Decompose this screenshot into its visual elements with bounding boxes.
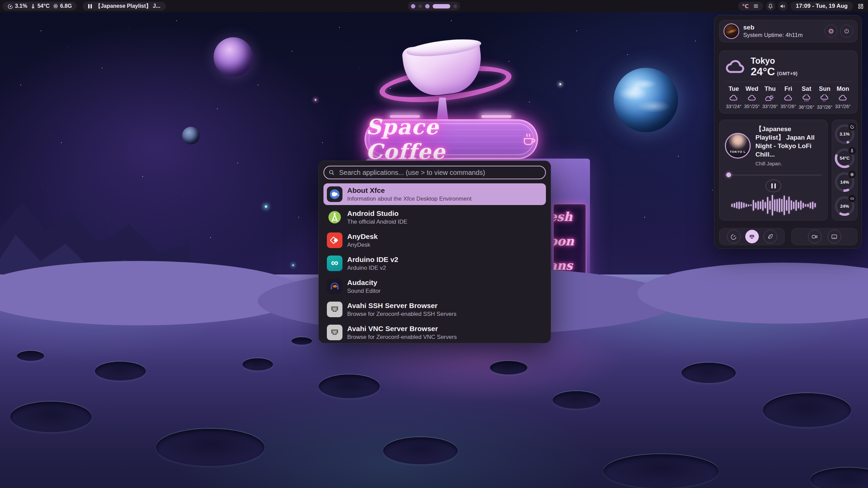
app-title: Avahi VNC Server Browser [347, 324, 457, 333]
user-card: seb System Uptime: 4h11m ⚙ [719, 20, 857, 42]
search-icon [328, 169, 335, 176]
rain-cloud-icon [802, 95, 811, 102]
app-item-anydesk[interactable]: AnyDesk AnyDesk [323, 229, 546, 251]
crater [604, 454, 719, 488]
clock[interactable]: 17:09 - Tue, 19 Aug [790, 2, 853, 11]
now-playing-pill[interactable]: 【Japanese Playlist】 J... [83, 2, 166, 11]
gear-icon: ⚙ [828, 28, 834, 35]
crater [156, 429, 264, 466]
grid-icon [857, 3, 864, 9]
workspace-dot-empty[interactable] [418, 4, 422, 8]
workspace-dot-active[interactable] [433, 4, 450, 8]
bell-icon [768, 3, 773, 9]
app-item-avahi-ssh[interactable]: Avahi SSH Server Browser Browse for Zero… [323, 299, 546, 320]
workspace-dot-occupied[interactable] [425, 4, 430, 8]
cloud-icon [725, 59, 746, 75]
screen-icon [831, 233, 837, 240]
thermometer-icon [848, 147, 856, 155]
bright-star [292, 264, 294, 266]
small-moon [182, 127, 200, 144]
crater [763, 393, 851, 427]
power-button[interactable] [840, 25, 853, 38]
play-pause-button[interactable] [766, 180, 781, 192]
android-studio-icon [327, 209, 342, 225]
app-subtitle: The official Android IDE [347, 218, 407, 225]
app-title: AnyDesk [347, 232, 378, 241]
screen-record-button[interactable] [808, 230, 822, 243]
window-neon-text: esh [553, 204, 586, 229]
forecast-day: Fri 35°/26° [780, 85, 797, 110]
arduino-infinity-icon: ∞ [327, 256, 342, 271]
tray-pill[interactable]: ℃ [738, 2, 763, 11]
chip-icon [848, 171, 856, 178]
workspace-dot-empty[interactable] [453, 4, 457, 8]
power-profile-group [719, 228, 785, 245]
earth-planet [614, 68, 678, 132]
track-subtitle: Chill Japan. [755, 161, 822, 166]
app-item-avahi-vnc[interactable]: Avahi VNC Server Browser Browse for Zero… [323, 322, 546, 343]
weather-card: Tokyo 24°C(GMT+9) Tue 33°/24° Wed 35°/25… [719, 50, 857, 114]
xfce-mouse-icon [327, 186, 342, 202]
video-camera-icon [811, 233, 818, 240]
audacity-headphones-icon [327, 279, 342, 294]
app-subtitle: Sound Editor [347, 287, 380, 294]
overview-button[interactable] [856, 1, 865, 11]
app-list: About Xfce Information about the Xfce De… [323, 183, 546, 343]
window-neon-text: oon [553, 229, 586, 253]
forecast-day: Thu 33°/26° [761, 85, 779, 110]
app-subtitle: Information about the Xfce Desktop Envir… [347, 195, 472, 202]
search-input[interactable] [323, 166, 546, 179]
top-bar: 3.1% 54°C 6.8G 【Japanese Playlist】 J... … [0, 0, 868, 12]
speaker-icon [780, 3, 786, 9]
app-subtitle: Browse for Zeroconf-enabled VNC Servers [347, 333, 457, 341]
now-playing-label: 【Japanese Playlist】 J... [95, 3, 160, 10]
wallpaper-icon[interactable] [753, 3, 759, 9]
app-item-arduino[interactable]: ∞ Arduino IDE v2 Arduino IDE v2 [323, 252, 546, 274]
notifications-button[interactable] [766, 1, 775, 11]
power-icon [844, 28, 850, 34]
volume-button[interactable] [778, 1, 788, 11]
crater [490, 361, 527, 374]
performance-profile-button[interactable] [727, 230, 741, 243]
screenshot-button[interactable] [828, 230, 841, 243]
crater [292, 337, 312, 345]
anydesk-icon [327, 232, 342, 248]
avatar[interactable] [724, 23, 739, 39]
powersave-profile-button[interactable] [764, 230, 777, 243]
memory-gauge: 14% [835, 172, 854, 192]
weather-timezone: (GMT+9) [777, 70, 797, 76]
workspace-dot-occupied[interactable] [411, 4, 415, 8]
system-stats-pill[interactable]: 3.1% 54°C 6.8G [3, 2, 77, 11]
app-title: Android Studio [347, 209, 407, 218]
crater [553, 391, 600, 409]
forecast-row: Tue 33°/24° Wed 35°/25° Thu 33°/26° Fri [725, 85, 852, 110]
forecast-day: Sat 36°/26° [798, 85, 815, 110]
album-art: TOKYO L [725, 133, 751, 159]
app-item-audacity[interactable]: Audacity Sound Editor [323, 276, 546, 297]
speedometer-icon [730, 233, 737, 240]
forecast-day: Mon 33°/26° [834, 85, 852, 110]
temperature-gauge: 54°C [835, 148, 854, 168]
app-launcher: About Xfce Information about the Xfce De… [318, 161, 551, 343]
disk-icon [848, 195, 856, 202]
app-item-about-xfce[interactable]: About Xfce Information about the Xfce De… [323, 183, 546, 205]
app-subtitle: Arduino IDE v2 [347, 264, 398, 271]
crater [383, 437, 458, 464]
app-title: Avahi SSH Server Browser [347, 301, 456, 310]
temp-stat: 54°C [31, 3, 50, 9]
seek-slider[interactable] [725, 172, 822, 176]
balanced-profile-button[interactable] [745, 230, 759, 243]
username: seb [743, 24, 803, 31]
music-progress-dot[interactable] [726, 172, 731, 177]
system-gauges-card: 3.1% 54°C 14% 24% [832, 120, 857, 221]
crater [95, 362, 146, 381]
app-item-android-studio[interactable]: Android Studio The official Android IDE [323, 206, 546, 228]
workspace-switcher[interactable] [408, 2, 460, 11]
celsius-tray-icon[interactable]: ℃ [742, 3, 749, 9]
weather-temp: 24°C [751, 65, 775, 78]
cloud-icon [747, 95, 757, 102]
leaf-icon [767, 233, 773, 240]
app-subtitle: Browse for Zeroconf-enabled SSH Servers [347, 310, 456, 318]
settings-button[interactable]: ⚙ [825, 25, 837, 38]
speedometer-icon [848, 123, 856, 130]
